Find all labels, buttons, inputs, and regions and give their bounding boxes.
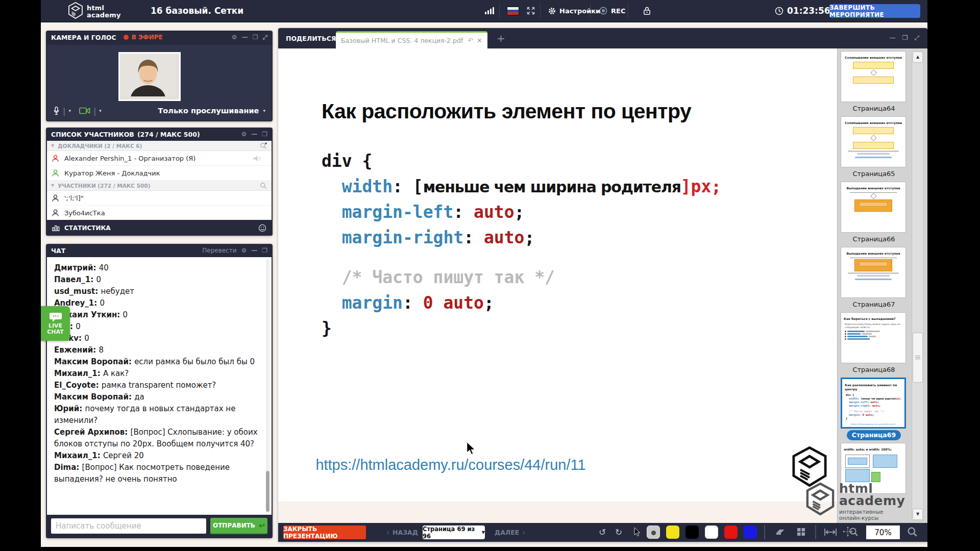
slide-thumbnail[interactable]: Схлопывание внешних отступов [841,116,906,167]
camera-dropdown-caret[interactable]: ▾ [99,108,102,113]
slide-thumbnail[interactable]: Как расположить элемент по центруdiv { w… [841,378,906,429]
thumbnail-page-label[interactable]: Страница67 [841,298,907,311]
thumbnail-page-label[interactable] [841,494,907,507]
color-swatch[interactable] [666,525,679,539]
connection-quality-icon [485,0,494,21]
close-tab-icon[interactable]: ✕ [477,37,482,44]
chat-message-input[interactable] [51,518,206,534]
fullscreen-icon[interactable] [527,0,535,21]
undock-tab-icon[interactable]: ↶ [468,37,473,44]
slide-thumbnail[interactable]: width: auto; и width: 100%; [841,443,906,494]
prev-page-button[interactable]: ‹НАЗАД [386,525,418,539]
language-flag-icon[interactable] [507,0,519,21]
next-page-button[interactable]: ДАЛЕЕ› [495,525,525,539]
gear-icon[interactable]: ⚙ [241,131,247,138]
send-message-button[interactable]: ОТПРАВИТЬ [210,518,267,534]
mic-dropdown-caret[interactable]: ▾ [68,108,71,113]
slide-title: Как расположить элемент по центру [322,99,691,123]
camera-icon[interactable] [79,107,90,114]
scroll-up-button[interactable]: ▲ [913,52,923,63]
color-swatch[interactable] [724,525,738,539]
camera-panel-title: КАМЕРА И ГОЛОС [51,34,116,41]
slide-link[interactable]: https://htmlacademy.ru/courses/44/run/11 [313,457,589,473]
search-icon [259,182,267,190]
slide-thumbnail[interactable]: Как бороться с выпаданием?Родительскому … [841,312,906,363]
minimize-icon[interactable]: — [251,131,257,138]
translate-button[interactable]: Перевести [202,247,236,254]
gear-icon[interactable]: ⚙ [232,34,237,41]
code-line: div { [322,148,721,174]
zoom-out-icon[interactable] [849,527,859,539]
maximize-icon[interactable]: ❐ [262,131,267,138]
microphone-icon[interactable] [53,106,60,116]
grid-view-icon[interactable] [797,528,805,538]
share-label[interactable]: ПОДЕЛИТЬСЯ [286,35,336,42]
lock-icon[interactable] [643,0,651,21]
pointer-dot-tool[interactable] [647,525,660,539]
minimize-icon[interactable]: — [890,34,896,41]
shield-logo-icon [68,2,83,21]
maximize-icon[interactable]: ❐ [253,34,258,41]
slide-thumbnail[interactable]: Выпадание внешних отступов [841,182,906,233]
page-select-dropdown[interactable]: Страница 69 из 96▼ [423,525,485,539]
chat-scrollbar-thumb[interactable] [266,471,270,512]
thumbnail-page-label[interactable]: Страница65 [841,167,907,181]
statistics-bar[interactable]: СТАТИСТИКА [46,220,273,236]
chat-message: lina: 0 [54,321,260,333]
color-swatch[interactable] [705,525,718,539]
color-swatch[interactable] [685,525,699,539]
participant-row[interactable]: Зубо4исТка [47,206,272,220]
speaker-icon [253,155,263,162]
add-tab-button[interactable]: + [497,32,505,44]
undo-icon[interactable]: ↺ [599,527,606,537]
chat-bubble-icon [49,312,62,323]
listen-only-dropdown[interactable]: Только прослушивание▾ [158,107,265,115]
thumbnail-page-label[interactable]: Страница64 [841,102,907,115]
chat-message: rulikv: 0 [54,333,260,344]
detach-icon[interactable]: ⤢ [914,34,919,41]
maximize-icon[interactable]: ❐ [262,247,267,254]
participants-section-header[interactable]: ▼ДОКЛАДЧИКИ (2 / МАКС 6) [47,141,272,151]
top-bar: html academy 16 базовый. Сетки Настройки… [41,0,927,22]
participants-panel: СПИСОК УЧАСТНИКОВ (274 / МАКС 500) ⚙ — ❐… [46,128,273,236]
scroll-down-button[interactable]: ▼ [913,509,923,520]
zoom-in-icon[interactable] [907,527,918,539]
finish-event-button[interactable]: ЗАВЕРШИТЬ МЕРОПРИЯТИЕ [829,4,920,18]
pointer-tool-icon[interactable] [634,528,641,539]
participant-row[interactable]: Куратор Женя - Докладчик [47,166,272,181]
live-chat-badge[interactable]: LIVE CHAT [41,306,70,341]
thumbnail-page-label[interactable]: Страница69 [841,429,907,442]
gear-icon[interactable]: ⚙ [241,247,247,254]
presentation-window: ПОДЕЛИТЬСЯ Базовый HTML и CSS. 4 лекция-… [278,28,927,542]
slide-thumbnail[interactable]: Схлопывание внешних отступов [841,51,906,102]
code-line: margin: 0 auto; [846,413,902,417]
thumbnails-scrollbar-thumb[interactable] [913,333,923,383]
maximize-icon[interactable]: ❐ [902,34,908,41]
minimize-icon[interactable]: — [251,247,257,254]
thumbnail-page-label[interactable]: Страница68 [841,363,907,377]
chat-title: ЧАТ [51,247,65,255]
enter-arrow-icon [258,523,265,529]
rec-button[interactable]: REC [599,0,625,21]
slide-viewer: Как расположить элемент по центру div { … [278,48,837,523]
zoom-level-input[interactable] [866,525,900,539]
chat-message: Евжений: 8 [54,344,260,356]
slide-thumbnail[interactable]: Выпадание внешних отступов [841,247,906,298]
thumbnail-page-label[interactable]: Страница66 [841,233,907,246]
participants-section-header[interactable]: ▼УЧАСТНИКИ (272 / МАКС 500) [47,181,272,191]
fit-width-icon[interactable] [824,528,837,538]
settings-button[interactable]: Настройки [548,0,600,21]
minimize-icon[interactable]: — [242,34,248,41]
chat-message: Andrey_1: 0 [54,297,260,309]
code-line: margin: 0 auto; [322,290,721,316]
thumbnails-scrollbar[interactable]: ▲ ▼ [912,51,924,521]
color-swatch[interactable] [744,525,757,539]
participant-row[interactable]: ';'l;'l]" [47,191,272,206]
redo-icon[interactable]: ↻ [615,527,622,537]
pdf-tab[interactable]: Базовый HTML и CSS. 4 лекция-2.pdf ↶ ✕ [336,31,487,48]
participant-row[interactable]: Alexander Pershin_1 - Организатор (Я) [47,151,272,166]
close-presentation-button[interactable]: ЗАКРЫТЬ ПРЕЗЕНТАЦИЮ [283,525,366,539]
detach-icon[interactable]: ⤢ [262,34,267,41]
eraser-tool-icon[interactable] [774,528,787,538]
smiley-icon[interactable] [258,224,266,232]
